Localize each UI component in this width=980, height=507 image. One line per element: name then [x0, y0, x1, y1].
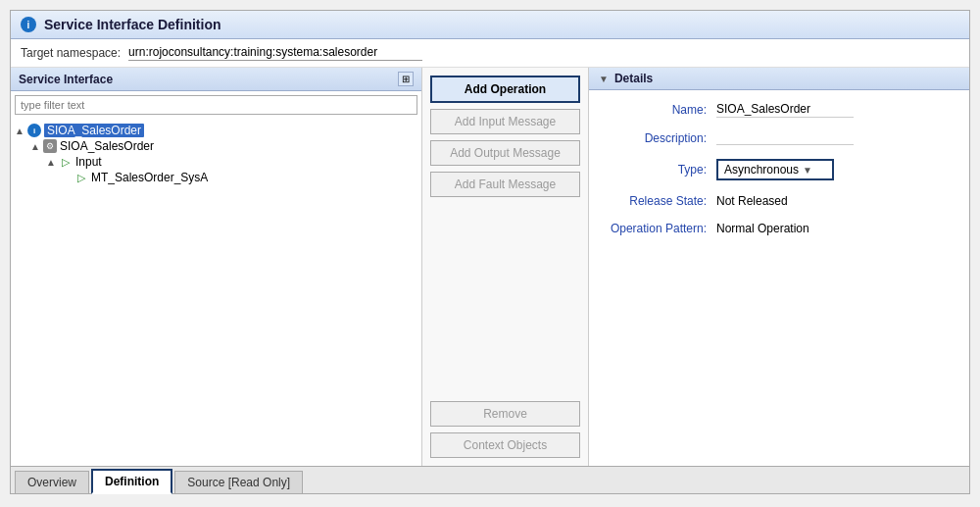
tab-definition[interactable]: Definition	[91, 469, 172, 494]
name-value: SIOA_SalesOrder	[716, 102, 854, 118]
filter-input[interactable]	[15, 95, 417, 115]
expand-icon-3: ▲	[46, 157, 56, 168]
description-label: Description:	[599, 131, 707, 145]
release-state-label: Release State:	[599, 194, 707, 208]
gear-icon-2: ⚙	[43, 139, 57, 153]
add-fault-message-button[interactable]: Add Fault Message	[430, 172, 580, 197]
add-output-message-button[interactable]: Add Output Message	[430, 140, 580, 166]
tree-item-mt-salesorder[interactable]: ▷ MT_SalesOrder_SysA	[15, 170, 417, 185]
middle-panel: Add Operation Add Input Message Add Outp…	[422, 68, 589, 466]
detail-row-operation-pattern: Operation Pattern: Normal Operation	[599, 222, 959, 235]
type-value: Asynchronous	[724, 163, 799, 177]
detail-row-release-state: Release State: Not Released	[599, 194, 959, 208]
release-state-value: Not Released	[716, 194, 788, 208]
circle-icon-1: i	[27, 124, 41, 137]
name-label: Name:	[599, 103, 707, 117]
detail-row-type: Type: Asynchronous ▼	[599, 159, 959, 180]
expand-icon-1: ▲	[15, 126, 24, 136]
details-label: Details	[614, 72, 653, 85]
left-panel: Service Interface ⊞ ▲ i SIOA_SalesOrder …	[11, 68, 422, 466]
bottom-tabs: Overview Definition Source [Read Only]	[11, 466, 969, 493]
service-interface-label: Service Interface	[19, 73, 113, 86]
add-input-message-button[interactable]: Add Input Message	[430, 109, 580, 134]
tree-item-input[interactable]: ▲ ▷ Input	[15, 154, 417, 170]
type-label: Type:	[599, 163, 707, 177]
right-panel: ▼ Details Name: SIOA_SalesOrder Descript…	[589, 68, 969, 466]
dropdown-arrow-icon: ▼	[803, 165, 812, 176]
service-interface-header: Service Interface ⊞	[11, 68, 421, 91]
type-dropdown[interactable]: Asynchronous ▼	[716, 159, 834, 180]
add-operation-button[interactable]: Add Operation	[430, 76, 580, 103]
operation-pattern-label: Operation Pattern:	[599, 222, 707, 235]
layout-toggle-button[interactable]: ⊞	[398, 72, 414, 86]
namespace-label: Target namespace:	[21, 46, 121, 60]
title-icon: i	[21, 17, 36, 32]
content-area: Service Interface ⊞ ▲ i SIOA_SalesOrder …	[11, 68, 969, 466]
tree-label-3: Input	[75, 155, 102, 169]
description-value	[716, 131, 854, 145]
tree-area: ▲ i SIOA_SalesOrder ▲ ⚙ SIOA_SalesOrder …	[11, 119, 421, 466]
namespace-value: urn:rojoconsultancy:training:systema:sal…	[128, 45, 422, 61]
operation-pattern-value: Normal Operation	[716, 222, 809, 235]
details-collapse-arrow[interactable]: ▼	[599, 74, 609, 84]
tab-source[interactable]: Source [Read Only]	[174, 471, 303, 493]
detail-row-description: Description:	[599, 131, 959, 145]
details-body: Name: SIOA_SalesOrder Description: Type:…	[589, 90, 969, 247]
tree-item-sioa-salesorder-child[interactable]: ▲ ⚙ SIOA_SalesOrder	[15, 138, 417, 154]
context-objects-button[interactable]: Context Objects	[430, 432, 580, 458]
tree-label-2: SIOA_SalesOrder	[60, 139, 154, 153]
tree-label-4: MT_SalesOrder_SysA	[91, 171, 208, 184]
details-header: ▼ Details	[589, 68, 969, 90]
namespace-row: Target namespace: urn:rojoconsultancy:tr…	[11, 39, 969, 68]
arrow-icon-3: ▷	[59, 155, 73, 169]
remove-button[interactable]: Remove	[430, 401, 580, 427]
arrow-icon-4: ▷	[74, 171, 88, 184]
page-title: Service Interface Definition	[44, 17, 221, 32]
title-bar: i Service Interface Definition	[11, 11, 969, 39]
expand-icon-2: ▲	[30, 141, 40, 152]
tree-label-1: SIOA_SalesOrder	[44, 124, 144, 137]
tree-item-sioa-salesorder-root[interactable]: ▲ i SIOA_SalesOrder	[15, 123, 417, 138]
tab-overview[interactable]: Overview	[15, 471, 89, 493]
detail-row-name: Name: SIOA_SalesOrder	[599, 102, 959, 118]
